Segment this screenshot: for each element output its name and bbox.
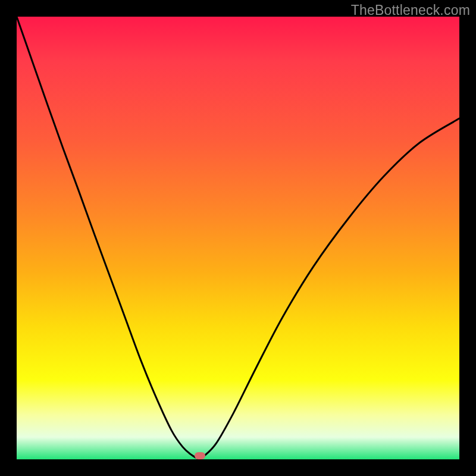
curve-svg [17,17,459,459]
outer-frame: TheBottleneck.com [0,0,476,476]
watermark-text: TheBottleneck.com [351,2,470,18]
min-marker [195,452,205,459]
plot-area [17,17,459,459]
bottleneck-curve [17,17,459,459]
